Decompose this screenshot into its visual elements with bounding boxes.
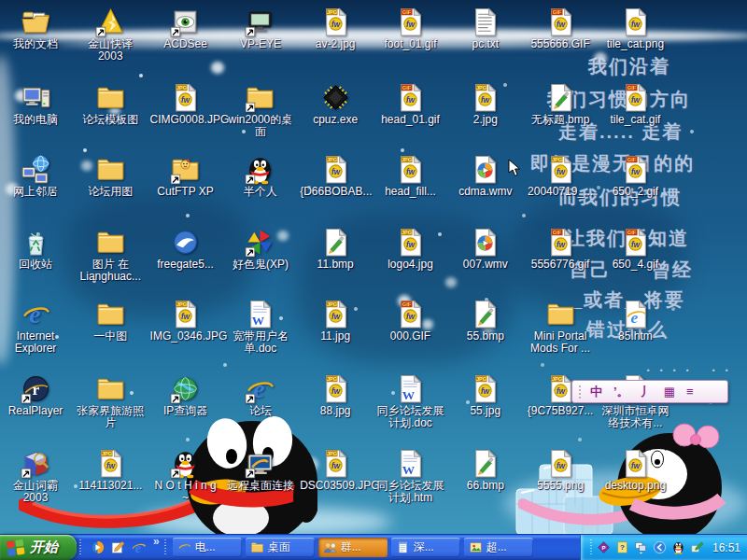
desktop-icon[interactable]: GIFfw000.GIF — [375, 297, 446, 343]
taskbar-button-1[interactable]: e电... — [173, 538, 242, 557]
desktop-icon[interactable]: 半个人 — [225, 152, 296, 198]
tray-windows-icon[interactable] — [633, 539, 649, 555]
desktop-icon[interactable]: JPGfwlogo4.jpg — [375, 225, 446, 271]
desktop-icon[interactable]: 66.bmp — [450, 446, 521, 492]
desktop-icon[interactable]: JPGfwav-2.jpg — [300, 5, 371, 50]
desktop-icon[interactable]: 图片 在 Lianghuac... — [75, 225, 146, 283]
desktop-icon[interactable]: 11.bmp — [300, 225, 371, 271]
tray-pdiamond-icon[interactable]: P — [596, 539, 612, 555]
desktop-icon-label: Mini Portal Mods For ... — [525, 330, 596, 355]
desktop-icon[interactable]: JPGfw114113021... — [75, 446, 146, 492]
desktop-icon[interactable]: JPGfw88.jpg — [300, 371, 371, 417]
network-icon — [0, 152, 71, 185]
ime-item-4[interactable]: ≡ — [686, 385, 694, 398]
ime-item-1[interactable]: ’。 — [613, 385, 629, 398]
desktop-icon[interactable]: Mini Portal Mods For ... — [525, 297, 596, 355]
desktop-icon[interactable]: GIFfw5556776.gif — [525, 225, 596, 271]
wmp-icon[interactable] — [89, 539, 106, 556]
tray-pen-icon[interactable] — [689, 539, 705, 555]
ie-icon: e — [177, 540, 191, 554]
desktop-icon[interactable]: 论坛用图 — [75, 152, 146, 198]
desktop-icon[interactable]: JPGfwhead_fill... — [375, 152, 446, 198]
start-button[interactable]: 开始 — [0, 535, 77, 560]
ie-icon[interactable]: e — [130, 539, 147, 556]
cutftp-icon — [150, 152, 221, 185]
desktop-icon[interactable]: W同乡论坛发展 计划.doc — [375, 371, 446, 429]
desktop-icon[interactable]: JPGfw11.jpg — [300, 297, 371, 343]
desktop-icon[interactable]: GIFfwfoot_01.gif — [375, 5, 446, 50]
desktop-icon[interactable]: 金山快译 2003 — [75, 5, 146, 63]
ime-grip[interactable] — [579, 385, 584, 399]
desktop-icon[interactable]: e85.htm — [599, 297, 670, 343]
svg-text:fw: fw — [557, 168, 566, 176]
desktop-icon[interactable]: JPGfw2.jpg — [450, 80, 521, 126]
desktop-icon[interactable]: pc.txt — [450, 5, 521, 50]
notepad-icon — [396, 540, 410, 554]
desktop-icons: 我的文档金山快译 2003ACDSeeVP-EYEJPGfwav-2.jpgGI… — [0, 0, 747, 535]
desktop-icon[interactable]: GIFfw650_4.gif — [599, 225, 670, 271]
desktop-icon[interactable]: eInternet Explorer — [0, 297, 71, 355]
desktop-icon[interactable]: win2000的桌 面 — [225, 80, 296, 138]
desktop-icon[interactable]: ACDSee — [150, 5, 221, 50]
desktop-icon-label: 论坛模板图 — [75, 114, 146, 126]
desktop-icon[interactable]: 我的电脑 — [0, 80, 71, 126]
desktop[interactable]: 我们沿着我们习惯的方向走着..... 走着即便是漫无目的的而我们的习惯让我们不知… — [0, 0, 747, 535]
desktop-icon[interactable]: cpuz.exe — [300, 80, 371, 126]
desktop-icon[interactable]: W同乡论坛发展 计划.htm — [375, 446, 446, 504]
desktop-icon[interactable]: 远程桌面连接 — [225, 446, 296, 492]
desktop-icon[interactable]: JPGfw55.jpg — [450, 371, 521, 417]
desktop-icon[interactable]: JPGfw20040719_... — [525, 152, 596, 198]
ime-item-3[interactable]: ▦ — [664, 385, 675, 398]
desktop-icon[interactable]: fwtile_cat.png — [599, 5, 670, 50]
jpg-icon: JPGfw — [450, 80, 521, 113]
desktop-icon[interactable]: 007.wmv — [450, 225, 521, 271]
desktop-icon[interactable]: 好色鬼(XP) — [225, 225, 296, 271]
ime-item-0[interactable]: 中 — [590, 385, 602, 398]
desktop-icon[interactable]: JPGfwIMG_0346.JPG — [150, 297, 221, 343]
folder-icon — [225, 80, 296, 113]
desktop-icon[interactable]: VP-EYE — [225, 5, 296, 50]
tray-qq-icon[interactable] — [670, 539, 686, 555]
ime-language-bar[interactable]: 中’。丿▦≡ — [571, 380, 728, 403]
desktop-icon[interactable]: 网上邻居 — [0, 152, 71, 198]
desktop-icon[interactable]: GIFfwtile_cat.gif — [599, 80, 670, 126]
taskbar-button-5[interactable]: 超... — [464, 538, 533, 557]
desktop-icon[interactable]: GIFfwhead_01.gif — [375, 80, 446, 126]
desktop-icon[interactable]: 一中图 — [75, 297, 146, 343]
desktop-icon[interactable]: 张家界旅游照 片 — [75, 371, 146, 429]
desktop-icon[interactable]: JPGfwDSC03509.JPG — [300, 446, 371, 492]
desktop-icon[interactable]: N O t H i n g ~ — [150, 446, 221, 504]
desktop-icon[interactable]: freegate5... — [150, 225, 221, 271]
desktop-icon[interactable]: 55.bmp — [450, 297, 521, 343]
svg-text:fw: fw — [181, 313, 190, 321]
desktop-icon[interactable]: rRealPlayer — [0, 371, 71, 417]
desktop-icon[interactable]: 论坛模板图 — [75, 80, 146, 126]
desktop-icon[interactable]: 无标题.bmp — [525, 80, 596, 126]
taskbar-button-4[interactable]: 深... — [391, 538, 460, 557]
desktop-icon-label: CutFTP XP — [150, 186, 221, 198]
taskbar-button-3[interactable]: 群... — [318, 538, 388, 557]
bmp-icon — [525, 80, 596, 113]
tray-help-icon[interactable]: ? — [614, 539, 630, 555]
desktop-icon[interactable]: 我的文档 — [0, 5, 71, 50]
tray-back-icon[interactable] — [652, 539, 668, 555]
desktop-icon[interactable]: 回收站 — [0, 225, 71, 271]
desktop-icon[interactable]: JPGfwCIMG0008.JPG — [150, 80, 221, 126]
desktop-icon[interactable]: GIFfw555666.GIF — [525, 5, 596, 50]
desktop-icon[interactable]: CutFTP XP — [150, 152, 221, 198]
desktop-icon[interactable]: fwdesktop.png — [599, 446, 670, 492]
desktop-icon[interactable]: GIFfw650_2.gif — [599, 152, 670, 198]
desktop-icon[interactable]: JPGfw{D66BOBAB... — [300, 152, 371, 198]
desktop-icon-label: 5556776.gif — [525, 259, 596, 271]
ime-item-2[interactable]: 丿 — [641, 385, 653, 398]
desktop-icon[interactable]: fw5555.png — [525, 446, 596, 492]
show-desktop-icon[interactable] — [109, 539, 126, 556]
desktop-icon[interactable]: 金山词霸 2003 — [0, 446, 71, 504]
desktop-icon[interactable]: IP查询器 — [150, 371, 221, 417]
taskbar-button-2[interactable]: 桌面 — [246, 538, 315, 557]
quick-launch-overflow[interactable]: » — [151, 535, 162, 560]
my-documents-icon — [0, 5, 71, 37]
desktop-icon[interactable]: e论坛 — [225, 371, 296, 417]
folder-icon — [250, 540, 264, 554]
desktop-icon[interactable]: W宽带用户名 单.doc — [225, 297, 296, 355]
